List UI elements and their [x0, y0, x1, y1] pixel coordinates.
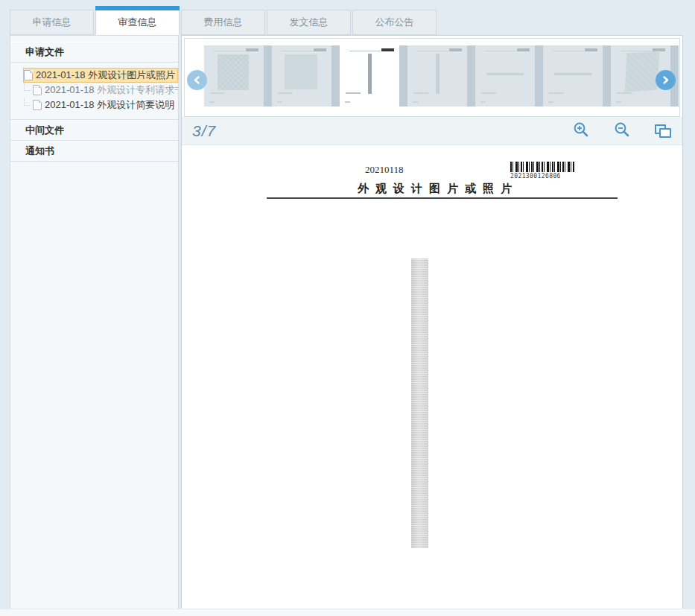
document-icon	[24, 70, 33, 80]
title-rule	[267, 197, 618, 199]
tab-4[interactable]: 发文信息	[267, 10, 351, 35]
document-item[interactable]: 2021-01-18 外观设计图片或照片	[23, 68, 178, 83]
tab-3[interactable]: 费用信息	[181, 10, 265, 35]
page-indicator: 3/7	[192, 122, 216, 140]
chevron-left-icon	[192, 75, 202, 85]
thumbnail-slot	[340, 45, 407, 107]
document-icon	[33, 100, 42, 110]
zoom-in-button[interactable]	[572, 122, 590, 140]
tab-2[interactable]: 审查信息	[95, 10, 180, 35]
document-date: 20210118	[365, 164, 404, 176]
thumbnail-slot	[204, 45, 272, 107]
document-item-label: 2021-01-18 外观设计简要说明	[45, 98, 174, 112]
thumbnail-slot	[475, 45, 543, 107]
thumbnail-separator	[535, 45, 543, 107]
document-item[interactable]: 2021-01-18 外观设计简要说明	[24, 98, 178, 112]
section-header[interactable]: 中间文件	[10, 120, 178, 141]
magnifier-plus-icon	[573, 121, 589, 141]
thumbnail-slot	[407, 45, 475, 107]
tree-connector	[24, 98, 31, 106]
prev-page-button[interactable]	[187, 70, 207, 90]
document-item-label: 2021-01-18 外观设计图片或照片	[36, 69, 175, 82]
toolbar-icons	[572, 122, 672, 140]
thumbnail-separator	[399, 45, 407, 107]
section-header[interactable]: 通知书	[10, 141, 178, 162]
tab-1[interactable]: 申请信息	[10, 10, 94, 35]
thumbnail-separator	[331, 45, 340, 107]
tab-5[interactable]: 公布公告	[352, 10, 437, 35]
thumbnail-page-2[interactable]	[272, 45, 331, 107]
viewer-panel: 3/7	[181, 35, 683, 609]
thumbnail-row	[204, 45, 679, 107]
tree-connector	[24, 83, 31, 91]
next-page-button[interactable]	[656, 70, 676, 90]
horizontal-scrollbar-track	[0, 609, 695, 616]
barcode-bars	[510, 162, 575, 172]
thumbnail-strip	[184, 38, 680, 117]
document-icon	[33, 85, 42, 95]
document-title: 外观设计图片或照片	[182, 182, 682, 196]
section-header[interactable]: 申请文件	[10, 42, 178, 63]
design-image	[411, 258, 428, 548]
viewer-toolbar: 3/7	[182, 117, 682, 145]
document-page: 20210118 2021300126806 外观设计图片或照片	[182, 145, 682, 609]
sidebar-sections: 申请文件2021-01-18 外观设计图片或照片2021-01-18 外观设计专…	[10, 42, 178, 162]
thumbnail-page-5[interactable]	[475, 45, 535, 107]
thumbnail-separator	[264, 45, 272, 107]
barcode-number: 2021300126806	[510, 173, 575, 180]
overlapping-pages-icon	[655, 124, 671, 138]
thumbnail-page-1[interactable]	[204, 45, 264, 107]
zoom-out-button[interactable]	[613, 122, 631, 140]
multi-page-view-button[interactable]	[654, 122, 672, 140]
sidebar: 申请文件2021-01-18 外观设计图片或照片2021-01-18 外观设计专…	[10, 35, 179, 609]
thumbnail-page-4[interactable]	[407, 45, 467, 107]
thumbnail-separator	[603, 45, 611, 107]
thumbnail-slot	[543, 45, 611, 107]
document-item-label: 2021-01-18 外观设计专利请求书	[45, 83, 178, 97]
document-item[interactable]: 2021-01-18 外观设计专利请求书	[24, 83, 178, 98]
chevron-right-icon	[661, 75, 670, 85]
thumbnail-page-6[interactable]	[543, 45, 603, 107]
thumbnail-page-3[interactable]	[340, 45, 399, 107]
magnifier-minus-icon	[614, 121, 630, 141]
barcode: 2021300126806	[510, 162, 575, 180]
tab-bar: 申请信息审查信息费用信息发文信息公布公告	[10, 6, 438, 35]
thumbnail-separator	[467, 45, 475, 107]
document-list: 2021-01-18 外观设计图片或照片2021-01-18 外观设计专利请求书…	[10, 63, 178, 120]
thumbnail-slot	[272, 45, 340, 107]
